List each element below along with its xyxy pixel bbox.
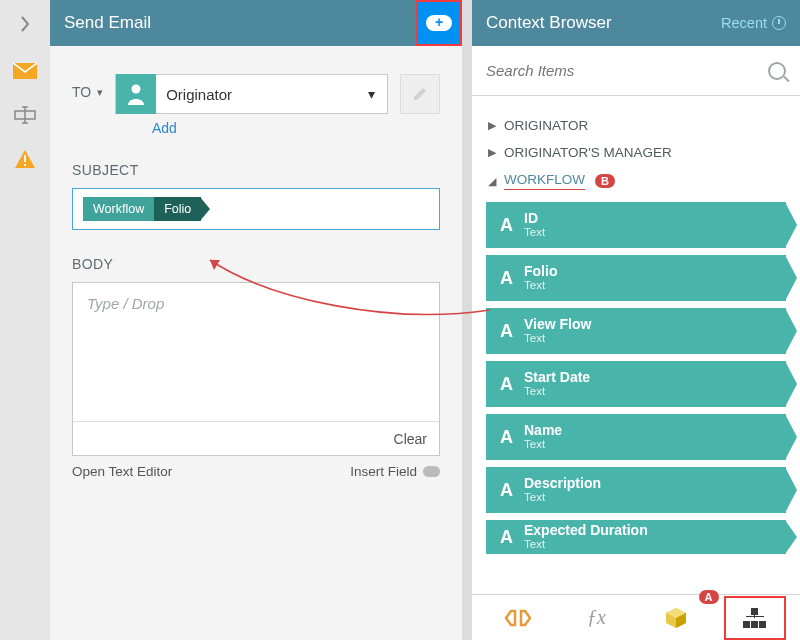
annotation-badge-b: B xyxy=(595,174,615,188)
text-type-icon: A xyxy=(500,527,524,548)
collapse-button[interactable] xyxy=(7,6,43,42)
context-item[interactable]: A View FlowText xyxy=(486,308,786,354)
tree-item-workflow[interactable]: ◢ WORKFLOW B xyxy=(486,166,786,196)
panel-divider[interactable] xyxy=(462,0,472,640)
context-tree: ▶ ORIGINATOR ▶ ORIGINATOR'S MANAGER ◢ WO… xyxy=(472,96,800,594)
to-label[interactable]: TO ▾ xyxy=(72,74,103,100)
svg-rect-6 xyxy=(24,164,26,166)
edit-button[interactable] xyxy=(400,74,440,114)
panel-title: Send Email xyxy=(64,13,416,33)
fx-icon: ƒx xyxy=(587,606,606,629)
chevron-down-icon: ▾ xyxy=(356,86,387,102)
insert-field-icon xyxy=(423,466,440,477)
cube-icon xyxy=(664,607,688,629)
body-input[interactable]: Type / Drop Clear xyxy=(72,282,440,456)
subject-chip[interactable]: Workflow Folio xyxy=(83,197,201,221)
text-type-icon: A xyxy=(500,215,524,236)
search-icon[interactable] xyxy=(768,62,786,80)
tab-functions[interactable]: ƒx xyxy=(566,596,628,640)
context-title: Context Browser xyxy=(486,13,721,33)
subject-label: SUBJECT xyxy=(72,162,440,178)
left-header: Send Email xyxy=(50,0,462,46)
clock-icon xyxy=(772,16,786,30)
tri-right-icon: ▶ xyxy=(488,146,496,159)
context-item[interactable]: A FolioText xyxy=(486,255,786,301)
context-item[interactable]: A Start DateText xyxy=(486,361,786,407)
right-header: Context Browser Recent xyxy=(472,0,800,46)
chip-segment-workflow: Workflow xyxy=(83,197,154,221)
tree-item-manager[interactable]: ▶ ORIGINATOR'S MANAGER xyxy=(486,139,786,166)
context-footer-tabs: ƒx A xyxy=(472,594,800,640)
open-text-editor-link[interactable]: Open Text Editor xyxy=(72,464,172,479)
mail-icon[interactable] xyxy=(8,56,42,86)
text-type-icon: A xyxy=(500,427,524,448)
clear-button[interactable]: Clear xyxy=(73,421,439,455)
body-footer-links: Open Text Editor Insert Field xyxy=(72,464,440,479)
context-toggle-button[interactable] xyxy=(416,0,462,46)
context-item[interactable]: A IDText xyxy=(486,202,786,248)
send-email-panel: Send Email TO ▾ Originator ▾ xyxy=(50,0,462,640)
text-type-icon: A xyxy=(500,374,524,395)
add-recipient-link[interactable]: Add xyxy=(152,120,440,136)
tree-item-originator[interactable]: ▶ ORIGINATOR xyxy=(486,112,786,139)
recent-link[interactable]: Recent xyxy=(721,15,786,31)
text-type-icon: A xyxy=(500,321,524,342)
context-toggle-icon xyxy=(426,15,452,31)
person-icon xyxy=(116,74,156,114)
cursor-icon[interactable] xyxy=(8,100,42,130)
context-item[interactable]: A Expected DurationText xyxy=(486,520,786,554)
insert-field-link[interactable]: Insert Field xyxy=(350,464,440,479)
context-item[interactable]: A NameText xyxy=(486,414,786,460)
workflow-fields-list: A IDText A FolioText A View FlowText A S… xyxy=(486,202,786,554)
body-label: BODY xyxy=(72,256,440,272)
chevron-down-icon: ▾ xyxy=(97,86,103,99)
context-item[interactable]: A DescriptionText xyxy=(486,467,786,513)
body-placeholder: Type / Drop xyxy=(73,283,439,421)
text-type-icon: A xyxy=(500,268,524,289)
recipient-select[interactable]: Originator ▾ xyxy=(115,74,388,114)
text-type-icon: A xyxy=(500,480,524,501)
context-browser-panel: Context Browser Recent ▶ ORIGINATOR ▶ OR… xyxy=(472,0,800,640)
tri-down-icon: ◢ xyxy=(488,175,496,188)
search-row xyxy=(472,46,800,96)
subject-input[interactable]: Workflow Folio xyxy=(72,188,440,230)
annotation-badge-a: A xyxy=(699,590,719,604)
left-rail xyxy=(0,0,50,640)
tri-right-icon: ▶ xyxy=(488,119,496,132)
svg-rect-5 xyxy=(24,155,26,162)
chip-segment-folio: Folio xyxy=(154,197,201,221)
svg-point-7 xyxy=(132,85,141,94)
tab-fields[interactable] xyxy=(487,596,549,640)
org-chart-icon xyxy=(743,608,767,628)
search-input[interactable] xyxy=(486,62,768,79)
tab-smartobjects[interactable]: A xyxy=(645,596,707,640)
tab-workflow[interactable] xyxy=(724,596,786,640)
warning-icon[interactable] xyxy=(8,144,42,174)
to-row: TO ▾ Originator ▾ xyxy=(72,74,440,114)
recipient-name: Originator xyxy=(156,86,356,103)
